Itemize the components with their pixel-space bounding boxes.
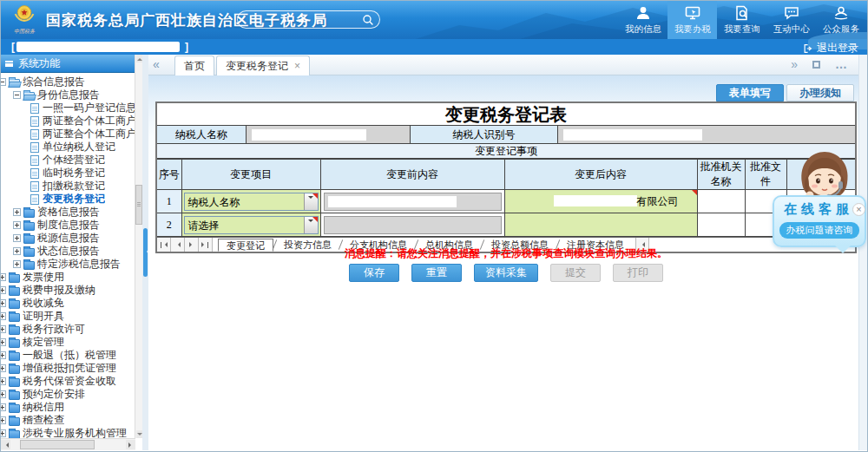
- expand-plus-icon[interactable]: [1, 429, 6, 437]
- chat-icon: [783, 4, 800, 22]
- sidebar-item[interactable]: 单位纳税人登记: [1, 141, 135, 154]
- sidebar-item[interactable]: 涉税专业服务机构管理: [1, 427, 135, 438]
- expand-plus-icon[interactable]: [1, 403, 6, 411]
- doc-icon: [30, 142, 39, 153]
- sidebar-item[interactable]: 预约定价安排: [1, 388, 135, 401]
- sidebar-splitter[interactable]: [142, 55, 148, 450]
- collapse-minus-icon[interactable]: [1, 78, 6, 86]
- doc-icon: [30, 181, 39, 192]
- action-button[interactable]: 保存: [349, 264, 399, 282]
- more-options-icon[interactable]: …: [835, 57, 848, 71]
- expand-plus-icon[interactable]: [1, 312, 6, 320]
- consult-button[interactable]: 办税问题请咨询: [779, 222, 859, 239]
- expand-plus-icon[interactable]: [1, 273, 6, 281]
- sidebar-item[interactable]: 制度信息报告: [1, 219, 135, 232]
- top-nav-monitor[interactable]: 我要办税: [667, 1, 717, 39]
- sidebar-item[interactable]: 税源信息报告: [1, 232, 135, 245]
- scroll-down-icon[interactable]: [136, 430, 142, 438]
- sidebar-item[interactable]: 增值税抵扣凭证管理: [1, 362, 135, 375]
- expand-plus-icon[interactable]: [1, 286, 6, 294]
- action-button[interactable]: 资料采集: [474, 264, 538, 282]
- expand-plus-icon[interactable]: [1, 351, 6, 359]
- sidebar-item[interactable]: 一般退（抵）税管理: [1, 349, 135, 362]
- scroll-right-icon[interactable]: [126, 440, 135, 449]
- expand-plus-icon[interactable]: [1, 364, 6, 372]
- customer-service-bubble[interactable]: 在线客服 × 办税问题请咨询: [773, 195, 866, 247]
- sidebar-item[interactable]: 身份信息报告: [1, 88, 135, 102]
- sidebar-item[interactable]: 综合信息报告: [1, 75, 135, 88]
- expand-plus-icon[interactable]: [1, 338, 6, 346]
- sidebar-vertical-scrollbar[interactable]: [135, 55, 142, 438]
- sidebar-item[interactable]: 两证整合个体工商户信息变更: [1, 128, 135, 141]
- doc-search-icon: [733, 4, 751, 22]
- logout-button[interactable]: 退出登录: [803, 41, 858, 56]
- expand-plus-icon[interactable]: [13, 234, 21, 242]
- collapse-minus-icon[interactable]: [13, 91, 21, 99]
- change-item-dropdown[interactable]: 纳税人名称: [184, 193, 319, 211]
- form-tab[interactable]: 表单填写: [716, 84, 784, 102]
- change-item-dropdown[interactable]: 请选择: [184, 216, 319, 234]
- scrollbar-thumb[interactable]: [20, 440, 95, 449]
- change-items-table: 序号变更项目变更前内容变更后内容批准机关名称批准文件 1纳税人名称有限公司地2请…: [157, 159, 855, 237]
- expand-plus-icon[interactable]: [1, 416, 6, 424]
- sidebar-item[interactable]: 扣缴税款登记: [1, 180, 135, 193]
- expand-plus-icon[interactable]: [13, 247, 21, 255]
- sidebar-item[interactable]: 税务代保管资金收取: [1, 375, 135, 388]
- after-content-cell[interactable]: [504, 213, 697, 237]
- approve-org-cell[interactable]: [697, 190, 745, 213]
- sidebar-item[interactable]: 纳税信用: [1, 401, 135, 414]
- close-icon[interactable]: ×: [294, 60, 300, 72]
- form-tab[interactable]: 办理须知: [786, 84, 854, 102]
- maximize-icon[interactable]: [812, 61, 820, 69]
- scroll-up-icon[interactable]: [136, 55, 142, 62]
- sidebar-item[interactable]: 一照一码户登记信息确认: [1, 102, 135, 115]
- sidebar-item[interactable]: 个体经营登记: [1, 154, 135, 167]
- sidebar-item[interactable]: 发票使用: [1, 271, 135, 284]
- sidebar-item[interactable]: 税务行政许可: [1, 323, 135, 336]
- expand-plus-icon[interactable]: [13, 221, 21, 229]
- top-nav-user[interactable]: 我的信息: [618, 1, 667, 39]
- sidebar-item[interactable]: 资格信息报告: [1, 206, 135, 219]
- sidebar-item[interactable]: 临时税务登记: [1, 167, 135, 180]
- splitter-collapse-handle[interactable]: [143, 228, 148, 277]
- expand-plus-icon[interactable]: [13, 260, 21, 268]
- tab-scroll-left-button[interactable]: «: [153, 57, 160, 71]
- sidebar-horizontal-scrollbar[interactable]: [1, 438, 135, 450]
- sidebar-item[interactable]: 状态信息报告: [1, 245, 135, 258]
- sidebar-item[interactable]: 两证整合个体工商户登记信息确认: [1, 115, 135, 128]
- expand-plus-icon[interactable]: [1, 299, 6, 307]
- folder-icon: [23, 209, 35, 218]
- scroll-left-icon[interactable]: [1, 440, 10, 449]
- action-button: 提交: [550, 264, 601, 282]
- change-registration-form: 变更税务登记表 纳税人名称 纳税人识别号 变更登记事项 序号变更项目变更前内容变…: [155, 102, 857, 253]
- top-nav-chat[interactable]: 互动中心: [766, 1, 816, 39]
- sidebar-item[interactable]: 变更税务登记: [1, 193, 135, 206]
- sidebar-item[interactable]: 税费申报及缴纳: [1, 284, 135, 297]
- main-vertical-scrollbar[interactable]: [858, 55, 867, 450]
- expand-plus-icon[interactable]: [13, 208, 21, 216]
- scrollbar-thumb[interactable]: [135, 185, 142, 225]
- close-icon[interactable]: ×: [852, 203, 865, 216]
- sidebar-item[interactable]: 核定管理: [1, 336, 135, 349]
- expand-plus-icon[interactable]: [1, 325, 6, 333]
- user-icon: [635, 4, 652, 22]
- sidebar-item-label: 涉税专业服务机构管理: [23, 426, 127, 438]
- expand-plus-icon[interactable]: [1, 390, 6, 398]
- document-tab[interactable]: 首页: [174, 56, 214, 75]
- after-content-cell[interactable]: 有限公司: [504, 190, 697, 213]
- bracket-close: ]: [185, 41, 188, 53]
- sidebar-item[interactable]: 税收减免: [1, 297, 135, 310]
- action-button[interactable]: 重置: [411, 264, 462, 282]
- before-content-field: [324, 193, 502, 211]
- sidebar-item[interactable]: 稽查检查: [1, 414, 135, 427]
- tab-scroll-right-button[interactable]: »: [791, 57, 798, 71]
- approve-org-cell[interactable]: [697, 213, 745, 237]
- top-nav-doc-search[interactable]: 我要查询: [717, 1, 766, 39]
- document-tab[interactable]: 变更税务登记×: [216, 56, 310, 75]
- search-input[interactable]: [237, 10, 380, 29]
- sidebar-item[interactable]: 特定涉税信息报告: [1, 258, 135, 271]
- expand-plus-icon[interactable]: [1, 377, 6, 385]
- after-text: 有限公司: [637, 195, 679, 207]
- sidebar-item[interactable]: 证明开具: [1, 310, 135, 323]
- taxpayer-name-field: [247, 126, 411, 143]
